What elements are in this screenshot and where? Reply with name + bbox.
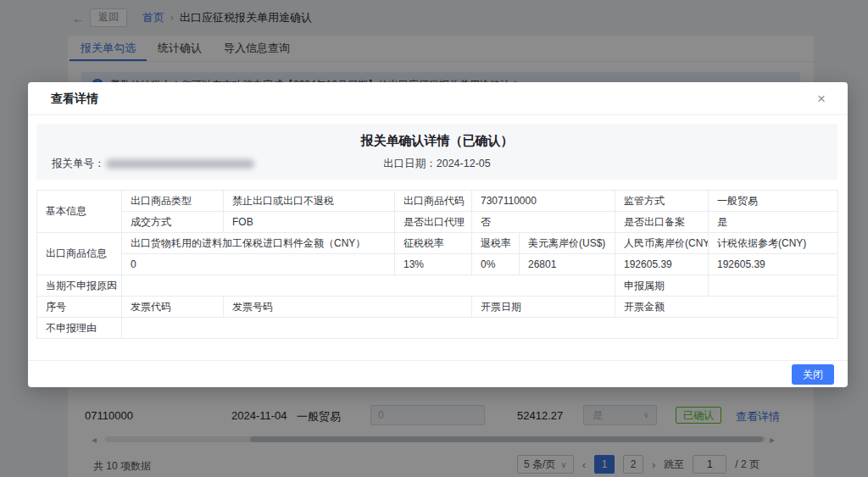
close-button[interactable]: 关闭	[792, 364, 834, 385]
detail-cell: 开票日期	[472, 297, 615, 318]
detail-cell: 一般贸易	[709, 191, 838, 212]
detail-cell: 禁止出口或出口不退税	[224, 191, 395, 212]
modal-title: 查看详情	[51, 82, 98, 115]
detail-cell: 序号	[37, 297, 122, 318]
detail-cell: 基本信息	[37, 191, 122, 233]
detail-table-row: 基本信息出口商品类型禁止出口或出口不退税出口商品代码7307110000监管方式…	[37, 191, 838, 212]
detail-cell: 出口商品类型	[122, 191, 224, 212]
export-date: 出口日期：2024-12-05	[36, 157, 837, 171]
detail-cell: 13%	[395, 254, 472, 275]
detail-cell: FOB	[224, 212, 395, 233]
detail-cell: 退税率	[472, 233, 520, 254]
detail-cell: 不申报理由	[37, 318, 122, 339]
detail-cell: 申报属期	[615, 275, 709, 297]
detail-cell-empty	[122, 318, 838, 339]
detail-cell: 美元离岸价(US$)	[520, 233, 615, 254]
summary-heading: 报关单确认详情（已确认）	[36, 124, 837, 149]
export-date-value: 2024-12-05	[437, 158, 491, 169]
detail-cell: 0%	[472, 254, 520, 275]
detail-cell-empty	[709, 275, 838, 297]
detail-table-row: 出口商品信息出口货物耗用的进料加工保税进口料件金额（CNY）征税税率退税率美元离…	[37, 233, 838, 254]
view-details-modal: 查看详情 × 报关单确认详情（已确认） 报关单号： 出口日期：2024-12-0…	[28, 82, 848, 387]
detail-cell: 监管方式	[615, 191, 709, 212]
detail-cell-empty	[122, 275, 615, 297]
page: ← 返回 首页 › 出口应征税报关单用途确认 报关单勾选 统计确认 导入信息查询…	[0, 0, 868, 477]
detail-table: 基本信息出口商品类型禁止出口或出口不退税出口商品代码7307110000监管方式…	[36, 190, 838, 339]
detail-cell: 成交方式	[122, 212, 224, 233]
detail-table-row: 序号发票代码发票号码开票日期开票金额	[37, 297, 838, 318]
detail-cell: 出口商品信息	[37, 233, 122, 275]
detail-cell: 否	[472, 212, 615, 233]
modal-footer: 关闭	[28, 360, 848, 387]
detail-cell: 发票号码	[224, 297, 472, 318]
detail-cell: 人民币离岸价(CNY)	[615, 233, 709, 254]
close-icon[interactable]: ×	[817, 82, 826, 115]
detail-table-row: 不申报理由	[37, 318, 838, 339]
detail-cell: 26801	[520, 254, 615, 275]
detail-cell: 是否出口代理	[395, 212, 472, 233]
detail-cell: 192605.39	[615, 254, 709, 275]
detail-table-row: 013%0%26801192605.39192605.39	[37, 254, 838, 275]
detail-cell: 征税税率	[395, 233, 472, 254]
detail-cell: 是否出口备案	[615, 212, 709, 233]
detail-cell: 开票金额	[615, 297, 838, 318]
detail-cell: 0	[122, 254, 395, 275]
detail-cell: 计税依据参考(CNY)	[709, 233, 838, 254]
detail-cell: 当期不申报原因	[37, 275, 122, 297]
detail-cell: 7307110000	[472, 191, 615, 212]
detail-table-row: 成交方式FOB是否出口代理否是否出口备案是	[37, 212, 838, 233]
detail-cell: 出口商品代码	[395, 191, 472, 212]
detail-cell: 是	[709, 212, 838, 233]
detail-table-row: 当期不申报原因申报属期	[37, 275, 838, 297]
detail-cell: 出口货物耗用的进料加工保税进口料件金额（CNY）	[122, 233, 395, 254]
modal-header: 查看详情 ×	[28, 82, 848, 115]
summary-panel: 报关单确认详情（已确认） 报关单号： 出口日期：2024-12-05	[36, 124, 837, 180]
detail-cell: 192605.39	[709, 254, 838, 275]
detail-cell: 发票代码	[122, 297, 224, 318]
export-date-label: 出口日期：	[383, 158, 437, 169]
